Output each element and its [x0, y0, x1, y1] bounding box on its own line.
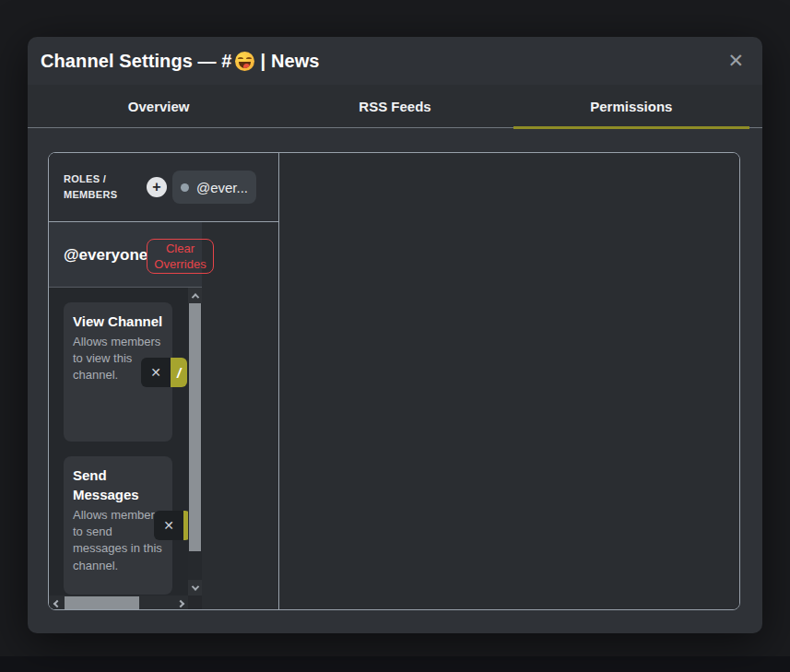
- horizontal-scrollbar[interactable]: [49, 595, 188, 610]
- view-channel-toggle-group: ✕ /: [141, 358, 187, 387]
- vertical-scrollbar[interactable]: [188, 288, 202, 595]
- tab-permissions[interactable]: Permissions: [513, 85, 749, 127]
- desktop-bottom-strip: [0, 656, 790, 672]
- x-deny-icon[interactable]: ✕: [154, 511, 183, 540]
- page-title: Channel Settings — # | News: [41, 51, 320, 72]
- send-messages-toggle-group: ✕: [154, 511, 191, 540]
- vertical-scrollbar-thumb[interactable]: [189, 303, 201, 551]
- scrollbar-corner: [188, 595, 202, 610]
- role-pill-label: @ever...: [196, 180, 248, 195]
- channel-settings-modal: Channel Settings — # | News ✕ Overview R…: [28, 37, 762, 633]
- roles-members-panel: ROLES / MEMBERS + @ever... @everyone Cle…: [49, 153, 279, 609]
- face-savoring-food-emoji: [235, 52, 254, 71]
- roles-members-header: ROLES / MEMBERS + @ever...: [49, 153, 278, 222]
- permission-name: View Channel: [73, 312, 163, 331]
- add-role-button[interactable]: +: [147, 177, 167, 197]
- tab-overview[interactable]: Overview: [41, 85, 277, 127]
- role-pill-everyone[interactable]: @ever...: [172, 171, 256, 204]
- chevron-up-icon[interactable]: [188, 288, 202, 303]
- permission-detail-panel: [279, 153, 739, 609]
- chevron-down-icon[interactable]: [188, 580, 202, 595]
- permissions-panel: ROLES / MEMBERS + @ever... @everyone Cle…: [48, 152, 740, 610]
- title-prefix: Channel Settings — #: [41, 51, 232, 72]
- close-icon[interactable]: ✕: [722, 50, 749, 73]
- title-suffix: | News: [261, 51, 320, 72]
- tab-rss-feeds[interactable]: RSS Feeds: [277, 85, 513, 127]
- permission-description: Allows members to send messages in this …: [73, 507, 163, 574]
- permissions-list: View Channel Allows members to view this…: [49, 288, 202, 595]
- roles-members-label: ROLES / MEMBERS: [64, 171, 123, 202]
- permission-name: Send Messages: [73, 466, 163, 504]
- modal-header: Channel Settings — # | News ✕: [28, 37, 762, 85]
- chevron-right-icon[interactable]: [172, 595, 188, 610]
- role-color-dot-icon: [181, 183, 189, 192]
- x-deny-icon[interactable]: ✕: [141, 358, 171, 387]
- selected-role-name: @everyone: [64, 222, 147, 288]
- horizontal-scrollbar-thumb[interactable]: [65, 596, 139, 610]
- tab-bar: Overview RSS Feeds Permissions: [28, 85, 762, 128]
- clear-overrides-button[interactable]: Clear Overrides: [147, 239, 214, 274]
- chevron-left-icon[interactable]: [49, 595, 65, 610]
- slash-neutral-icon[interactable]: /: [171, 358, 187, 387]
